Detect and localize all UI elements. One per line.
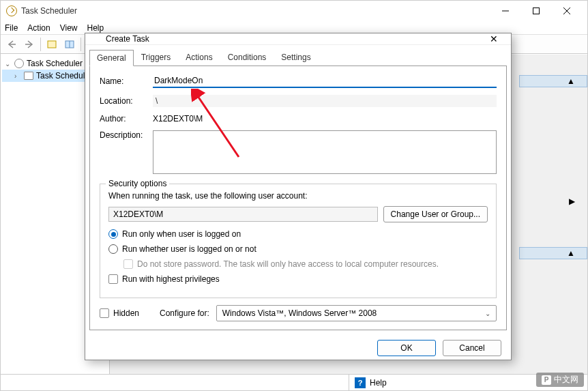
tab-settings[interactable]: Settings — [274, 49, 318, 66]
tab-triggers[interactable]: Triggers — [134, 49, 179, 66]
change-user-button[interactable]: Change User or Group... — [383, 206, 488, 222]
configure-for-label: Configure for: — [160, 308, 209, 318]
chevron-up-icon[interactable]: ▲ — [567, 76, 575, 86]
checkbox-icon — [108, 274, 118, 284]
chevron-down-icon: ⌄ — [485, 310, 490, 317]
dialog-close-button[interactable]: ✕ — [484, 33, 504, 44]
ok-button[interactable]: OK — [377, 340, 436, 356]
forward-button[interactable] — [21, 36, 38, 53]
radio-logged-on[interactable]: Run only when user is logged on — [108, 229, 488, 239]
svg-rect-1 — [533, 8, 539, 14]
back-button[interactable] — [3, 36, 20, 53]
description-input[interactable] — [153, 130, 497, 174]
tree-root-label: Task Scheduler (L — [27, 59, 92, 68]
checkbox-label: Hidden — [113, 308, 139, 318]
help-icon: ? — [355, 377, 366, 388]
create-task-dialog: Create Task ✕ General Triggers Actions C… — [85, 33, 512, 360]
tab-row: General Triggers Actions Conditions Sett… — [85, 45, 511, 66]
checkbox-label: Do not store password. The task will onl… — [137, 259, 439, 269]
name-input[interactable] — [153, 74, 497, 88]
dialog-title: Create Task — [106, 34, 149, 44]
php-icon: P — [542, 375, 551, 385]
configure-for-select[interactable]: Windows Vista™, Windows Server™ 2008 ⌄ — [216, 305, 497, 321]
chevron-up-icon[interactable]: ▲ — [567, 248, 575, 258]
watermark-text: 中文网 — [554, 374, 578, 386]
task-scheduler-icon — [6, 5, 17, 16]
menu-file[interactable]: File — [5, 23, 18, 33]
task-scheduler-icon — [14, 59, 24, 68]
collapse-icon[interactable]: ⌄ — [5, 60, 12, 68]
description-label: Description: — [100, 130, 153, 140]
dialog-title-bar: Create Task ✕ — [85, 33, 511, 45]
checkbox-icon — [123, 259, 133, 269]
status-bar: ? Help — [1, 374, 587, 390]
security-prompt: When running the task, use the following… — [108, 191, 488, 201]
menu-action[interactable]: Action — [27, 23, 50, 33]
radio-label: Run only when user is logged on — [122, 229, 241, 239]
author-label: Author: — [100, 114, 153, 124]
radio-label: Run whether user is logged on or not — [122, 244, 256, 254]
tab-general[interactable]: General — [89, 50, 134, 66]
location-value: \ — [153, 95, 497, 107]
accent-bar — [519, 247, 587, 259]
name-label: Name: — [100, 76, 153, 86]
location-label: Location: — [100, 96, 153, 106]
radio-any-user[interactable]: Run whether user is logged on or not — [108, 244, 488, 254]
app-title: Task Scheduler — [21, 6, 77, 16]
dialog-button-row: OK Cancel — [85, 334, 511, 364]
radio-icon — [108, 229, 118, 239]
chevron-right-icon[interactable]: ▶ — [569, 197, 575, 206]
toolbar-icon-1[interactable] — [44, 36, 60, 53]
checkbox-label: Run with highest privileges — [122, 274, 220, 284]
radio-icon — [108, 244, 118, 254]
svg-rect-6 — [48, 41, 56, 48]
close-button[interactable] — [551, 1, 582, 21]
menu-view[interactable]: View — [60, 23, 78, 33]
user-account-field: X12DEXT0\M — [108, 207, 378, 222]
menu-help[interactable]: Help — [87, 23, 104, 33]
folder-icon — [24, 72, 33, 80]
tab-actions[interactable]: Actions — [178, 49, 220, 66]
task-scheduler-icon — [92, 34, 102, 44]
tree-library-label: Task Schedule — [36, 71, 89, 81]
cancel-button[interactable]: Cancel — [443, 340, 501, 356]
watermark: P 中文网 — [536, 373, 584, 387]
toolbar-icon-2[interactable] — [61, 36, 78, 53]
accent-bar — [519, 75, 587, 87]
security-options-group: Security options When running the task, … — [100, 184, 497, 298]
expand-icon[interactable]: › — [14, 72, 21, 80]
minimize-button[interactable] — [490, 1, 520, 21]
security-legend: Security options — [106, 179, 169, 188]
checkbox-highest-privileges[interactable]: Run with highest privileges — [108, 274, 488, 284]
select-value: Windows Vista™, Windows Server™ 2008 — [222, 308, 377, 318]
author-value: X12DEXT0\M — [153, 114, 203, 124]
tab-conditions[interactable]: Conditions — [220, 49, 274, 66]
checkbox-hidden[interactable]: Hidden — [100, 308, 139, 318]
title-bar: Task Scheduler — [1, 1, 587, 21]
maximize-button[interactable] — [520, 1, 551, 21]
checkbox-no-password: Do not store password. The task will onl… — [123, 259, 488, 269]
help-label: Help — [370, 378, 387, 388]
tab-body-general: Name: Location: \ Author: X12DEXT0\M Des… — [89, 66, 507, 330]
checkbox-icon — [100, 308, 109, 318]
